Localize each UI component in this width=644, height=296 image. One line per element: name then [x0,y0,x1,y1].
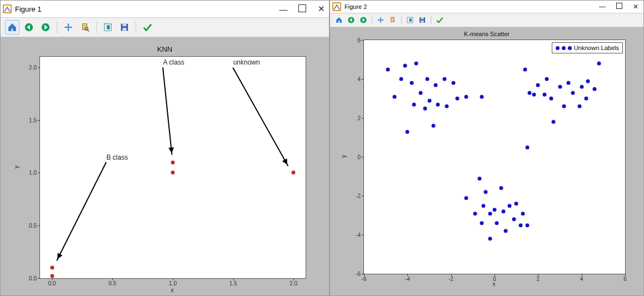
zoom-icon[interactable] [387,14,398,26]
data-point [473,211,477,215]
data-point [558,85,562,89]
y-tick: 2 [357,115,361,121]
x-tick: 0.5 [108,280,116,287]
svg-line-7 [88,30,89,32]
annotation-label: unknown [233,58,260,66]
data-point [523,67,527,71]
svg-rect-20 [410,18,412,22]
home-icon[interactable] [5,20,19,34]
annotation-arrow [162,67,172,155]
x-tick: 1.0 [169,280,177,287]
data-point [525,145,529,149]
data-point [465,95,468,98]
data-point [415,62,418,66]
data-point [434,83,438,87]
data-point [386,67,390,71]
configure-icon[interactable] [101,20,115,34]
y-tick: 4 [357,76,361,82]
data-point [532,93,536,97]
data-point [536,83,540,87]
data-point [525,223,529,227]
figure-1-window: Figure 1 — ✕ KNN 0.00.51.01.52.00.00.51.… [0,0,330,296]
data-point [562,105,566,108]
back-icon[interactable] [22,20,36,34]
data-point [584,97,588,101]
minimize-button[interactable]: — [279,4,288,14]
home-icon[interactable] [333,14,345,26]
data-point [586,79,590,83]
y-tick: -6 [356,271,361,277]
data-point [499,186,503,190]
data-point [410,81,414,85]
toolbar-separator [57,21,57,33]
zoom-icon[interactable] [78,20,92,34]
annotation-label: B class [107,154,128,161]
pan-icon[interactable] [375,14,386,26]
minimize-button[interactable]: — [598,3,607,11]
data-point [442,77,446,81]
close-button[interactable]: ✕ [317,4,326,14]
data-point [488,211,492,215]
svg-rect-12 [122,28,126,31]
data-point [406,130,410,134]
forward-icon[interactable] [38,20,53,34]
data-point [495,221,498,225]
data-point [519,223,523,227]
figure-2-window: Figure 2 — ✕ K-means Scatter -6-4-20246-… [330,0,644,296]
legend-marker [562,46,566,50]
chart-legend: Unknown Labels [552,42,623,53]
toolbar-separator [401,16,402,24]
configure-icon[interactable] [405,14,416,26]
data-point [392,95,396,98]
maximize-button[interactable] [615,3,623,11]
data-point [543,93,547,97]
check-icon[interactable] [140,20,154,34]
data-point [515,202,518,206]
data-point [465,196,468,200]
plot-canvas[interactable]: KNN 0.00.51.01.52.00.00.51.01.52.0A clas… [1,37,329,295]
forward-icon[interactable] [358,14,369,26]
data-point [50,266,54,270]
data-point [171,160,175,164]
back-icon[interactable] [346,14,357,26]
toolbar-separator [431,16,431,24]
data-point [503,229,507,233]
y-tick: 2.0 [29,64,37,70]
data-point [403,63,407,67]
y-tick: 0.0 [29,275,37,282]
data-point [545,77,549,81]
data-point [501,210,505,214]
data-point [412,102,416,106]
save-icon[interactable] [417,14,428,26]
x-axis-label: x [363,281,625,296]
pan-icon[interactable] [61,20,76,34]
matplotlib-toolbar [330,13,643,27]
titlebar: Figure 1 — ✕ [1,1,329,18]
titlebar: Figure 2 — ✕ [330,1,643,13]
data-point [418,91,422,95]
data-point [480,95,483,98]
save-icon[interactable] [117,20,132,34]
data-point [445,105,448,108]
data-point [493,208,497,211]
data-point [451,81,455,85]
legend-label: Unknown Labels [574,45,619,51]
close-button[interactable]: ✕ [631,3,640,11]
y-tick: -2 [356,193,361,199]
x-axis-label: x [39,287,305,296]
x-tick: 1.5 [229,280,237,287]
toolbar-separator [372,16,372,24]
data-point [50,274,54,278]
legend-marker [568,46,572,50]
data-point [427,98,431,102]
plot-canvas[interactable]: K-means Scatter -6-4-20246-6-4-20246 Unk… [330,27,643,295]
y-axis-label: y [13,165,19,169]
data-point [527,91,531,95]
check-icon[interactable] [434,14,445,26]
svg-rect-4 [66,27,72,28]
maximize-button[interactable] [298,4,307,14]
y-tick: 0.5 [29,223,37,229]
y-tick: 6 [357,37,361,43]
data-point [171,171,175,175]
data-point [436,102,440,106]
